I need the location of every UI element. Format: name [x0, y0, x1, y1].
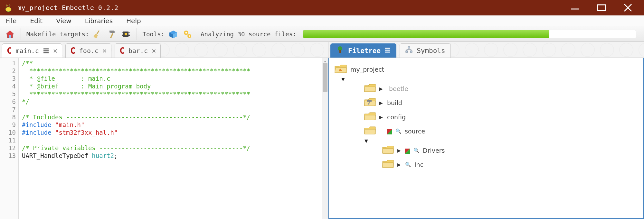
svg-marker-49 [365, 87, 375, 92]
menu-file[interactable]: File [4, 16, 18, 25]
chip-icon[interactable] [120, 29, 131, 40]
code-line[interactable]: UART_HandleTypeDef huart2; [22, 152, 328, 160]
code-line[interactable]: /* Includes ----------------------------… [22, 113, 328, 121]
code-line[interactable]: * @brief : Main program body [22, 82, 328, 90]
maximize-button[interactable] [595, 3, 608, 12]
tab-foo-c[interactable]: C foo.c ✕ [65, 43, 111, 58]
filetree-item-label: build [387, 99, 402, 106]
tab-close-icon[interactable]: ✕ [53, 47, 57, 55]
folder-icon [382, 145, 394, 156]
filetree-root-label: my_project [350, 66, 384, 73]
editor-body: 12345678910111213 /** ******************… [0, 58, 328, 219]
tab-menu-icon[interactable] [43, 48, 49, 54]
minimize-button[interactable] [569, 3, 582, 12]
code-line[interactable]: #include "stm32f3xx_hal.h" [22, 129, 328, 136]
menu-view[interactable]: View [54, 16, 73, 25]
tab-bar-c[interactable]: C bar.c ✕ [115, 43, 161, 58]
line-number: 5 [0, 90, 16, 98]
code-line[interactable]: #include "main.h" [22, 121, 328, 129]
svg-rect-6 [598, 5, 605, 11]
tab-close-icon[interactable]: ✕ [102, 47, 107, 55]
filetree-panel: my_project ▼ ▶.beetle▶build▶config🔍sourc… [328, 58, 644, 219]
svg-point-33 [338, 46, 342, 51]
tab-label: foo.c [79, 47, 99, 55]
svg-marker-14 [109, 31, 115, 33]
editor-pane: C main.c ✕ C foo.c ✕ C bar.c ✕ 123456789… [0, 42, 328, 219]
line-number: 12 [0, 144, 16, 152]
code-line[interactable]: ****************************************… [22, 90, 328, 98]
line-number: 13 [0, 152, 16, 160]
svg-rect-39 [406, 51, 408, 52]
line-number: 6 [0, 98, 16, 105]
tab-label: Symbols [417, 47, 445, 55]
filetree-item[interactable]: ▶config [334, 110, 638, 124]
filetree-item-label: Inc [414, 161, 423, 168]
scrollbar-thumb[interactable] [323, 63, 327, 92]
svg-marker-65 [383, 163, 393, 168]
code-line[interactable]: ****************************************… [22, 67, 328, 75]
svg-rect-13 [110, 33, 113, 38]
menubar: File Edit View Libraries Help [0, 15, 644, 26]
progress-bar [303, 30, 636, 38]
cube-icon[interactable] [168, 29, 179, 40]
expand-toggle[interactable]: ▶ [379, 100, 384, 105]
close-button[interactable] [621, 3, 634, 12]
c-file-icon: C [70, 46, 75, 56]
progress-fill [303, 30, 550, 38]
vertical-scrollbar[interactable]: ▴ [322, 58, 328, 219]
code-line[interactable] [22, 105, 328, 113]
home-icon[interactable] [5, 29, 15, 40]
rg-icon [387, 129, 392, 134]
magnifier-icon: 🔍 [413, 148, 420, 153]
line-number: 3 [0, 75, 16, 82]
menu-help[interactable]: Help [124, 16, 143, 25]
tree-icon [336, 46, 344, 56]
hammer-icon[interactable] [106, 29, 117, 40]
line-number: 2 [0, 67, 16, 75]
tab-close-icon[interactable]: ✕ [152, 47, 156, 55]
menu-edit[interactable]: Edit [28, 16, 44, 25]
right-tabs: Filetree Symbols [328, 42, 644, 58]
menu-libraries[interactable]: Libraries [83, 16, 115, 25]
expand-toggle[interactable]: ▶ [379, 114, 384, 120]
filetree-item[interactable]: ▶.beetle [334, 82, 638, 96]
code-line[interactable]: */ [22, 98, 328, 105]
scroll-up-icon[interactable]: ▴ [322, 59, 328, 63]
code-line[interactable]: /* Private variables -------------------… [22, 144, 328, 152]
svg-rect-34 [339, 50, 341, 53]
filetree-item[interactable]: ▶🔍Drivers [334, 143, 638, 158]
code-area[interactable]: /** ************************************… [19, 58, 328, 219]
filetree-item[interactable]: ▶🔍Inc [334, 158, 638, 172]
gears-icon[interactable] [182, 29, 193, 40]
svg-line-11 [97, 31, 99, 34]
expand-toggle[interactable]: ▶ [379, 86, 384, 91]
tab-filetree[interactable]: Filetree [330, 43, 396, 58]
expand-toggle[interactable]: ▶ [397, 148, 402, 153]
app-icon [4, 3, 13, 12]
tab-menu-icon[interactable] [384, 47, 391, 55]
code-line[interactable] [22, 136, 328, 144]
svg-rect-10 [9, 35, 11, 38]
expand-toggle[interactable]: ▼ [334, 138, 638, 143]
toolbar-separator [21, 28, 21, 40]
expand-toggle[interactable]: ▼ [334, 77, 638, 82]
rg-icon [405, 148, 410, 153]
tab-main-c[interactable]: C main.c ✕ [2, 43, 62, 58]
magnifier-icon: 🔍 [405, 162, 411, 168]
tab-symbols[interactable]: Symbols [400, 43, 451, 58]
expand-toggle[interactable]: ▶ [397, 162, 402, 167]
line-number: 8 [0, 113, 16, 121]
broom-icon[interactable] [92, 29, 103, 40]
svg-point-29 [189, 35, 190, 37]
tab-label: Filetree [348, 47, 381, 55]
svg-marker-57 [365, 129, 375, 134]
tools-label: Tools: [142, 31, 165, 38]
magnifier-icon: 🔍 [395, 128, 402, 134]
code-line[interactable]: /** [22, 59, 328, 67]
code-line[interactable]: * @file : main.c [22, 75, 328, 82]
filetree-root[interactable]: my_project [334, 62, 638, 77]
filetree-item[interactable]: 🔍source [334, 124, 638, 138]
folder-icon [334, 64, 347, 75]
svg-point-3 [6, 5, 7, 6]
filetree-item[interactable]: ▶build [334, 96, 638, 110]
